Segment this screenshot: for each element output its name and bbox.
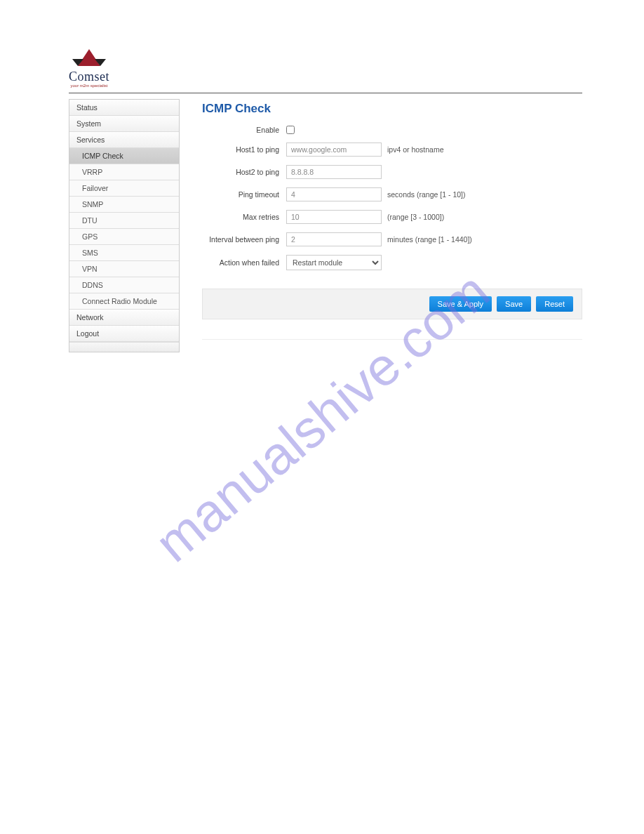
sidebar-item-status[interactable]: Status: [69, 100, 179, 116]
save-button[interactable]: Save: [497, 296, 531, 312]
sidebar-nav: Status System Services ICMP Check VRRP F…: [69, 99, 180, 352]
label-host2: Host2 to ping: [202, 168, 286, 176]
hint-host1: ipv4 or hostname: [382, 145, 444, 154]
brand-tagline: your m2m specialist: [69, 84, 109, 88]
row-retries: Max retries (range [3 - 1000]): [202, 210, 582, 224]
logo-icon: [72, 49, 106, 69]
retries-input[interactable]: [286, 210, 382, 224]
reset-button[interactable]: Reset: [536, 296, 573, 312]
label-host1: Host1 to ping: [202, 145, 286, 154]
sidebar-item-ddns[interactable]: DDNS: [69, 277, 179, 293]
page-title: ICMP Check: [202, 102, 582, 116]
sidebar-item-services[interactable]: Services: [69, 132, 179, 148]
sidebar-item-logout[interactable]: Logout: [69, 326, 179, 342]
brand-name: Comset: [69, 70, 109, 83]
sidebar-item-failover[interactable]: Failover: [69, 180, 179, 197]
row-enable: Enable: [202, 126, 582, 134]
label-enable: Enable: [202, 126, 286, 134]
sidebar-item-snmp[interactable]: SNMP: [69, 197, 179, 213]
row-timeout: Ping timeout seconds (range [1 - 10]): [202, 187, 582, 201]
timeout-input[interactable]: [286, 187, 382, 201]
label-action: Action when failed: [202, 258, 286, 267]
row-host1: Host1 to ping ipv4 or hostname: [202, 143, 582, 157]
sidebar-item-system[interactable]: System: [69, 116, 179, 132]
header: Comset your m2m specialist: [69, 49, 582, 93]
divider: [202, 339, 582, 340]
main-content: ICMP Check Enable Host1 to ping ipv4 or …: [180, 99, 582, 340]
hint-retries: (range [3 - 1000]): [382, 213, 444, 221]
sidebar-item-vpn[interactable]: VPN: [69, 261, 179, 277]
action-select[interactable]: Restart module: [286, 255, 382, 270]
sidebar-item-connect-radio[interactable]: Connect Radio Module: [69, 293, 179, 310]
host2-input[interactable]: [286, 165, 382, 179]
sidebar-footer: [69, 342, 179, 352]
sidebar-item-dtu[interactable]: DTU: [69, 213, 179, 229]
row-interval: Interval between ping minutes (range [1 …: [202, 232, 582, 246]
label-retries: Max retries: [202, 213, 286, 221]
interval-input[interactable]: [286, 232, 382, 246]
sidebar-item-gps[interactable]: GPS: [69, 229, 179, 245]
label-interval: Interval between ping: [202, 235, 286, 244]
row-action: Action when failed Restart module: [202, 255, 582, 270]
logo: Comset your m2m specialist: [69, 49, 109, 88]
label-timeout: Ping timeout: [202, 190, 286, 199]
sidebar-item-network[interactable]: Network: [69, 310, 179, 326]
enable-checkbox[interactable]: [286, 126, 295, 134]
sidebar-item-icmp-check[interactable]: ICMP Check: [69, 148, 179, 164]
sidebar-item-sms[interactable]: SMS: [69, 245, 179, 261]
button-bar: Save & Apply Save Reset: [202, 289, 582, 319]
svg-marker-0: [78, 49, 100, 66]
row-host2: Host2 to ping: [202, 165, 582, 179]
hint-interval: minutes (range [1 - 1440]): [382, 235, 472, 244]
host1-input[interactable]: [286, 143, 382, 157]
sidebar-item-vrrp[interactable]: VRRP: [69, 164, 179, 180]
save-apply-button[interactable]: Save & Apply: [429, 296, 492, 312]
hint-timeout: seconds (range [1 - 10]): [382, 190, 465, 199]
